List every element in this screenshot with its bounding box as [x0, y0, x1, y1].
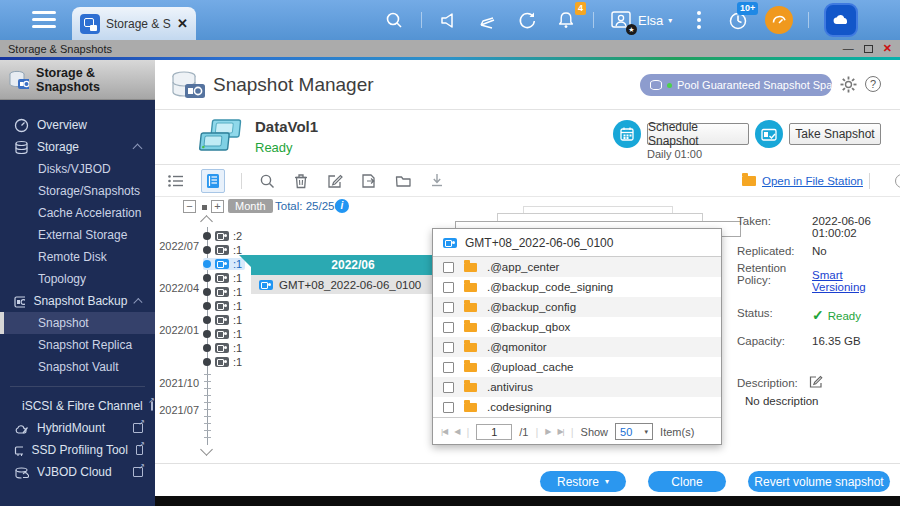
download-icon[interactable] [428, 172, 446, 190]
sidebar-item-storage-snapshots[interactable]: Storage/Snapshots [0, 180, 155, 202]
close-icon[interactable]: ✕ [883, 43, 892, 54]
timeline-entry[interactable]: :1 [203, 328, 242, 340]
search-snapshot-icon[interactable] [258, 172, 276, 190]
window-bottom-edge [155, 496, 900, 506]
checkbox[interactable] [443, 362, 454, 373]
info-icon[interactable]: i [335, 199, 349, 213]
file-row[interactable]: .@upload_cache [433, 357, 721, 377]
timeline-scroll-up[interactable] [200, 215, 213, 228]
tab-close-icon[interactable]: ✕ [177, 16, 188, 31]
pool-selector-button[interactable]: Pool Guaranteed Snapshot Space ▾ [640, 74, 832, 96]
edit-snapshot-icon[interactable] [326, 172, 344, 190]
timeline-entry[interactable]: :1 [203, 244, 242, 256]
resource-monitor-icon[interactable] [765, 6, 793, 34]
timeline-entry[interactable]: :1 [203, 342, 242, 354]
sidebar-item-storage[interactable]: Storage [0, 136, 155, 158]
background-tasks-icon[interactable]: 10+ [726, 8, 750, 32]
app-tab[interactable]: Storage & S... ✕ [72, 7, 196, 40]
take-snapshot-icon[interactable] [755, 120, 783, 148]
user-icon: ★ [609, 8, 633, 32]
sidebar-item-external-storage[interactable]: External Storage [0, 224, 155, 246]
file-row[interactable]: .@backup_config [433, 297, 721, 317]
presentation-icon[interactable] [476, 8, 500, 32]
file-row[interactable]: .@app_center [433, 257, 721, 277]
prev-page-icon[interactable]: ◀ [454, 427, 459, 436]
search-icon[interactable] [382, 8, 406, 32]
timeline-entry[interactable]: :1 [203, 286, 242, 298]
sidebar-item-vjbod-cloud[interactable]: VJBOD Cloud [0, 461, 155, 483]
checkbox[interactable] [443, 322, 454, 333]
myqnapcloud-icon[interactable] [824, 3, 858, 37]
sidebar-item-snapshot[interactable]: Snapshot [0, 312, 155, 334]
zoom-out-button[interactable]: − [183, 200, 196, 213]
next-page-icon[interactable]: ▶ [545, 427, 550, 436]
callout-month[interactable]: 2022/06 [251, 255, 455, 275]
sidebar-item-label: Snapshot Backup [33, 294, 127, 308]
checkbox[interactable] [443, 262, 454, 273]
help-icon[interactable]: ? [865, 76, 881, 92]
checkbox[interactable] [443, 342, 454, 353]
sidebar-item-remote-disk[interactable]: Remote Disk [0, 246, 155, 268]
user-menu[interactable]: ★ Elsa ▾ [609, 8, 672, 32]
clone-button[interactable]: Clone [648, 471, 726, 492]
sync-icon[interactable] [515, 8, 539, 32]
file-row[interactable]: .antivirus [433, 377, 721, 397]
restore-button[interactable]: Restore ▾ [540, 471, 626, 492]
more-options-icon[interactable] [687, 8, 711, 32]
retention-policy-link[interactable]: Smart Versioning [812, 269, 897, 293]
checkbox[interactable] [443, 402, 454, 413]
page-number-input[interactable]: 1 [476, 424, 512, 440]
timeline-entry[interactable]: :1 [203, 356, 242, 368]
first-page-icon[interactable]: |◀ [441, 427, 447, 436]
replicated-label: Replicated: [737, 245, 799, 257]
notifications-badge: 4 [575, 2, 586, 15]
browse-folder-icon[interactable] [394, 172, 412, 190]
take-snapshot-button[interactable]: Take Snapshot [789, 123, 881, 145]
maximize-icon[interactable] [864, 45, 873, 53]
notifications-bell-icon[interactable]: 4 [554, 8, 578, 32]
settings-gear-icon[interactable] [840, 76, 857, 93]
timeline-scroll-down[interactable] [200, 443, 213, 456]
schedule-icon[interactable] [613, 120, 641, 148]
timeline-entry[interactable]: :1 [203, 272, 242, 284]
sidebar-item-cache-acceleration[interactable]: Cache Acceleration [0, 202, 155, 224]
sidebar-item-ssd-profiling-tool[interactable]: SSD Profiling Tool [0, 439, 155, 461]
revert-volume-snapshot-button[interactable]: Revert volume snapshot [748, 471, 890, 492]
file-row[interactable]: .codesigning [433, 397, 721, 417]
checkbox[interactable] [443, 302, 454, 313]
file-row[interactable]: .@backup_code_signing [433, 277, 721, 297]
timeline-entry[interactable]: :1 [203, 300, 242, 312]
main-menu-icon[interactable] [32, 11, 56, 32]
volume-icon[interactable] [437, 8, 461, 32]
last-page-icon[interactable]: ▶| [557, 427, 563, 436]
list-view-icon[interactable] [167, 172, 185, 190]
zoom-in-button[interactable]: + [211, 200, 224, 213]
open-in-file-station-link[interactable]: Open in File Station [762, 175, 863, 187]
sidebar-item-snapshot-replica[interactable]: Snapshot Replica [0, 334, 155, 356]
checkbox[interactable] [443, 382, 454, 393]
schedule-snapshot-button[interactable]: Schedule Snapshot [647, 123, 749, 145]
chevron-up-icon[interactable] [134, 298, 143, 307]
export-snapshot-icon[interactable] [360, 172, 378, 190]
callout-snapshot-row[interactable]: GMT+08_2022-06-06_0100 ✓ [251, 275, 455, 294]
timeline-entry[interactable]: :1 [203, 314, 242, 326]
page-size-select[interactable]: 50 ▾ [615, 423, 653, 440]
delete-snapshot-icon[interactable] [292, 172, 310, 190]
sidebar-item-snapshot-backup[interactable]: Snapshot Backup [0, 290, 155, 312]
external-link-icon [133, 423, 143, 433]
edit-description-icon[interactable] [809, 375, 823, 389]
timeline-entry[interactable]: :2 [203, 230, 242, 242]
chevron-up-icon[interactable] [133, 144, 143, 154]
sidebar-item-disks-vjbod[interactable]: Disks/VJBOD [0, 158, 155, 180]
file-row[interactable]: .@qmonitor [433, 337, 721, 357]
timeline-view-icon[interactable] [201, 169, 225, 193]
refresh-icon[interactable] [895, 174, 900, 188]
sidebar-item-iscsi-fibre-channel[interactable]: iSCSI & Fibre Channel [0, 395, 155, 417]
file-row[interactable]: .@backup_qbox [433, 317, 721, 337]
sidebar-item-overview[interactable]: Overview [0, 114, 155, 136]
checkbox[interactable] [443, 282, 454, 293]
sidebar-item-snapshot-vault[interactable]: Snapshot Vault [0, 356, 155, 378]
sidebar-item-hybridmount[interactable]: HybridMount [0, 417, 155, 439]
minimize-icon[interactable]: — [843, 43, 854, 54]
sidebar-item-topology[interactable]: Topology [0, 268, 155, 290]
